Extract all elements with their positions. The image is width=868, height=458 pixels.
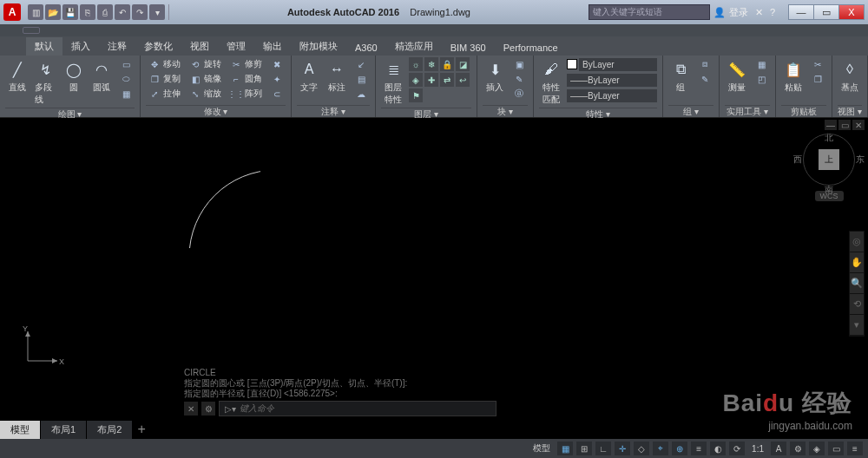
mirror-button[interactable]: ◧镜像 <box>187 72 224 86</box>
lineweight-select[interactable]: —— ByLayer <box>567 74 657 87</box>
status-space-label[interactable]: 模型 <box>529 442 554 455</box>
calc-button[interactable]: ▦ <box>753 57 770 71</box>
status-lwt-icon[interactable]: ≡ <box>691 442 707 455</box>
tab-layout1[interactable]: 布局1 <box>41 421 86 439</box>
linetype-select[interactable]: —— ByLayer <box>567 89 657 102</box>
status-cycle-icon[interactable]: ⟳ <box>729 442 745 455</box>
erase-button[interactable]: ✖ <box>268 57 286 71</box>
layer-iso-icon[interactable]: ◈ <box>409 73 423 87</box>
text-button[interactable]: A文字 <box>297 57 321 95</box>
measure-button[interactable]: 📏测量 <box>725 57 749 95</box>
qat-saveas-icon[interactable]: ⎘ <box>80 4 95 20</box>
edit-block-button[interactable]: ✎ <box>510 72 528 86</box>
dim-button[interactable]: ↔标注 <box>325 57 349 95</box>
panel-view-title[interactable]: 视图 ▾ <box>838 105 862 117</box>
offset-button[interactable]: ⊂ <box>268 87 286 101</box>
qat-more-icon[interactable]: ▾ <box>149 4 165 20</box>
move-button[interactable]: ✥移动 <box>146 57 183 71</box>
select-button[interactable]: ◰ <box>753 72 770 86</box>
stretch-button[interactable]: ⤢拉伸 <box>146 87 183 101</box>
group-button[interactable]: ⧉组 <box>668 57 693 95</box>
status-scale[interactable]: 1:1 <box>748 444 767 454</box>
color-select[interactable]: ByLayer <box>579 58 657 71</box>
nav-show-icon[interactable]: ▾ <box>850 315 864 336</box>
status-snap-icon[interactable]: ⊞ <box>576 442 592 455</box>
file-menu-icon[interactable] <box>23 27 40 34</box>
paste-button[interactable]: 📋粘贴 <box>781 57 806 95</box>
array-button[interactable]: ⋮⋮阵列 <box>227 87 265 101</box>
tab-bim360[interactable]: BIM 360 <box>442 40 495 56</box>
create-block-button[interactable]: ▣ <box>510 57 528 71</box>
matchprops-button[interactable]: 🖌特性 匹配 <box>539 57 563 108</box>
status-polar-icon[interactable]: ✛ <box>615 442 630 455</box>
rect-button[interactable]: ▭ <box>117 57 135 71</box>
tab-model[interactable]: 模型 <box>0 421 40 439</box>
tab-a360[interactable]: A360 <box>346 40 386 56</box>
base-button[interactable]: ◊基点 <box>838 57 862 95</box>
tab-output[interactable]: 输出 <box>254 37 291 56</box>
status-custom-icon[interactable]: ≡ <box>847 442 863 455</box>
viewcube-top[interactable]: 上 <box>819 149 839 170</box>
panel-block-title[interactable]: 块 ▾ <box>483 105 528 117</box>
maximize-button[interactable]: ▭ <box>813 4 839 20</box>
status-trans-icon[interactable]: ◐ <box>710 442 726 455</box>
arc-button[interactable]: ◠圆弧 <box>89 57 114 95</box>
copy-button[interactable]: ❐复制 <box>146 72 183 86</box>
cmd-close-icon[interactable]: ✕ <box>184 402 198 415</box>
panel-group-title[interactable]: 组 ▾ <box>668 105 713 117</box>
layer-prev-icon[interactable]: ↩ <box>456 73 470 87</box>
tab-addins[interactable]: 附加模块 <box>291 37 346 56</box>
nav-pan-icon[interactable]: ✋ <box>850 252 864 273</box>
layerprops-button[interactable]: ≣图层 特性 <box>381 57 405 108</box>
command-input[interactable]: ▷▾ 键入命令 <box>219 401 496 416</box>
qat-undo-icon[interactable]: ↶ <box>115 4 130 20</box>
tab-view[interactable]: 视图 <box>181 37 218 56</box>
copyclip-button[interactable]: ❐ <box>809 72 826 86</box>
status-ortho-icon[interactable]: ∟ <box>595 442 611 455</box>
compass-e[interactable]: 东 <box>856 154 865 166</box>
nav-zoom-icon[interactable]: 🔍 <box>850 273 864 294</box>
leader-button[interactable]: ↙ <box>352 57 370 71</box>
qat-redo-icon[interactable]: ↷ <box>132 4 148 20</box>
table-button[interactable]: ▤ <box>352 72 370 86</box>
qat-new-icon[interactable]: ▥ <box>28 4 43 20</box>
tab-featured[interactable]: 精选应用 <box>386 37 442 56</box>
status-gear-icon[interactable]: ⚙ <box>790 442 806 455</box>
nav-orbit-icon[interactable]: ⟲ <box>850 294 864 315</box>
panel-annot-title[interactable]: 注释 ▾ <box>297 105 370 117</box>
compass-s[interactable]: 南 <box>825 184 833 196</box>
tab-insert[interactable]: 插入 <box>62 37 99 56</box>
add-layout-button[interactable]: + <box>133 422 150 437</box>
doc-close-button[interactable]: ✕ <box>852 120 865 130</box>
layer-off-icon[interactable]: ☼ <box>409 57 423 71</box>
status-anno-icon[interactable]: A <box>771 442 786 455</box>
close-button[interactable]: X <box>838 4 865 20</box>
compass-w[interactable]: 西 <box>793 154 802 166</box>
tab-annotate[interactable]: 注释 <box>99 37 135 56</box>
layer-match-icon[interactable]: ⇄ <box>440 73 454 87</box>
ellipse-button[interactable]: ⬭ <box>117 72 135 86</box>
qat-save-icon[interactable]: 💾 <box>62 4 78 20</box>
ucs-icon[interactable]: X Y <box>21 324 64 368</box>
status-grid-icon[interactable]: ▦ <box>557 442 573 455</box>
scale-button[interactable]: ⤡缩放 <box>187 87 224 101</box>
viewcube[interactable]: 北 西 上 东 南 WCS <box>800 134 858 212</box>
layer-state-icon[interactable]: ⚑ <box>409 88 423 102</box>
status-iso-icon[interactable]: ◈ <box>809 442 825 455</box>
qat-open-icon[interactable]: 📂 <box>45 4 61 20</box>
cmd-options-icon[interactable]: ⚙ <box>201 402 215 415</box>
qat-plot-icon[interactable]: ⎙ <box>97 4 113 20</box>
rotate-button[interactable]: ⟲旋转 <box>187 57 224 71</box>
tab-performance[interactable]: Performance <box>495 40 567 56</box>
attr-block-button[interactable]: ⓐ <box>510 87 528 101</box>
fillet-button[interactable]: ⌐圆角 <box>227 72 265 86</box>
status-dyn-icon[interactable]: ⊕ <box>672 442 687 455</box>
doc-min-button[interactable]: — <box>825 120 837 130</box>
help-icon[interactable]: ? <box>770 7 775 17</box>
signin-button[interactable]: 👤 登录 <box>713 6 748 19</box>
cloud-button[interactable]: ☁ <box>352 87 370 101</box>
panel-util-title[interactable]: 实用工具 ▾ <box>725 105 770 117</box>
polyline-button[interactable]: ↯多段线 <box>33 57 58 108</box>
layer-make-icon[interactable]: ✚ <box>424 73 438 87</box>
panel-clip-title[interactable]: 剪贴板 <box>781 105 826 117</box>
